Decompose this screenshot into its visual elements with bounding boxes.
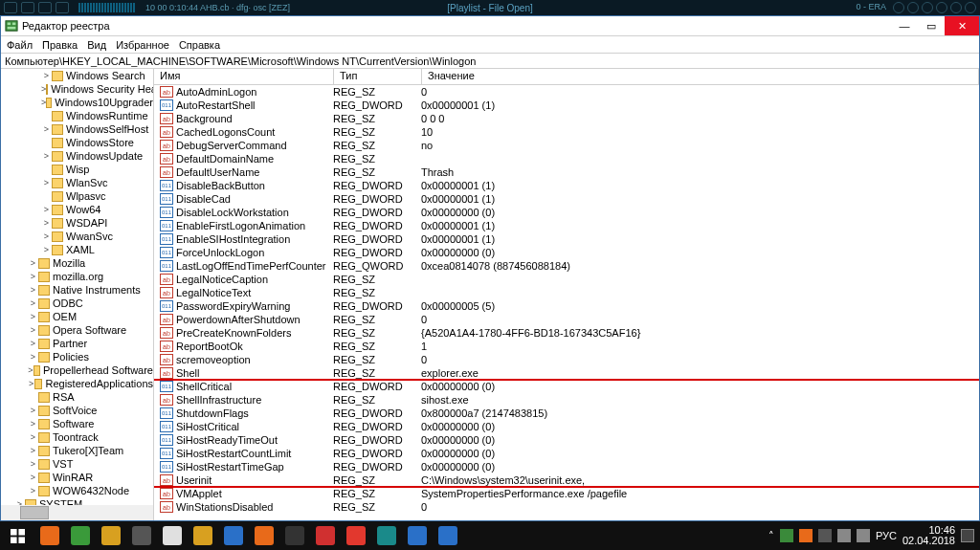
tree-expand-icon[interactable]: > bbox=[28, 473, 38, 482]
value-row[interactable]: 011LastLogOffEndTimePerfCounterREG_QWORD… bbox=[154, 259, 979, 273]
mediaplayer-btn-2[interactable] bbox=[907, 2, 919, 13]
tray-notifications-icon[interactable] bbox=[961, 529, 974, 542]
value-row[interactable]: abAutoAdminLogonREG_SZ0 bbox=[154, 85, 979, 99]
titlebar[interactable]: Редактор реестра — ▭ ✕ bbox=[1, 16, 979, 36]
value-row[interactable]: abBackgroundREG_SZ0 0 0 bbox=[154, 112, 979, 125]
value-row[interactable]: abDebugServerCommandREG_SZno bbox=[154, 139, 979, 152]
tree-expand-icon[interactable]: > bbox=[28, 272, 38, 281]
value-row[interactable]: 011PasswordExpiryWarningREG_DWORD0x00000… bbox=[154, 299, 979, 313]
taskbar-app-13[interactable] bbox=[402, 521, 433, 550]
tree-item[interactable]: >SoftVoice bbox=[1, 404, 153, 417]
value-row[interactable]: 011ForceUnlockLogonREG_DWORD0x00000000 (… bbox=[154, 246, 979, 259]
tree-expand-icon[interactable]: > bbox=[28, 352, 38, 362]
tree-expand-icon[interactable]: > bbox=[41, 231, 52, 241]
tree-item[interactable]: >Native Instruments bbox=[1, 283, 153, 297]
value-row[interactable]: abPreCreateKnownFoldersREG_SZ{A520A1A4-1… bbox=[154, 326, 979, 340]
registry-tree[interactable]: >Windows Search>Windows Security Heal>Wi… bbox=[1, 69, 153, 505]
taskbar-app-4[interactable] bbox=[126, 521, 157, 550]
tree-item[interactable]: >WlanSvc bbox=[1, 176, 153, 189]
maximize-button[interactable]: ▭ bbox=[918, 16, 945, 35]
value-row[interactable]: abShellInfrastructureREG_SZsihost.exe bbox=[154, 393, 979, 407]
value-row[interactable]: 011DisableCadREG_DWORD0x00000001 (1) bbox=[154, 192, 979, 206]
tree-expand-icon[interactable]: > bbox=[28, 298, 38, 308]
taskbar-app-3[interactable] bbox=[96, 521, 126, 550]
tree-item[interactable]: >VST bbox=[1, 457, 153, 471]
value-row[interactable]: 011ShutdownFlagsREG_DWORD0x800000a7 (214… bbox=[154, 407, 979, 420]
tree-item[interactable]: >Toontrack bbox=[1, 430, 153, 444]
value-row[interactable]: 011SiHostReadyTimeOutREG_DWORD0x00000000… bbox=[154, 433, 979, 447]
tree-item[interactable]: Wisp bbox=[1, 163, 153, 176]
mediaplayer-menu-icon[interactable] bbox=[4, 2, 17, 13]
tray-clock[interactable]: 10:46 02.04.2018 bbox=[902, 525, 955, 546]
tree-expand-icon[interactable]: > bbox=[28, 446, 38, 455]
taskbar-app-14[interactable] bbox=[433, 521, 463, 550]
tree-item[interactable]: >Windows Search bbox=[1, 69, 153, 82]
tree-item[interactable]: >Mozilla bbox=[1, 256, 153, 270]
tray-icon-3[interactable] bbox=[818, 529, 832, 542]
tree-expand-icon[interactable]: > bbox=[41, 151, 52, 161]
tree-item[interactable]: >RegisteredApplications bbox=[1, 377, 153, 390]
tree-pane[interactable]: >Windows Search>Windows Security Heal>Wi… bbox=[1, 69, 154, 520]
value-row[interactable]: 011DisableBackButtonREG_DWORD0x00000001 … bbox=[154, 179, 979, 192]
taskbar-app-opera[interactable] bbox=[341, 521, 371, 550]
taskbar-app-9[interactable] bbox=[279, 521, 310, 550]
value-row[interactable]: 011EnableSIHostIntegrationREG_DWORD0x000… bbox=[154, 232, 979, 246]
scrollbar-thumb[interactable] bbox=[20, 506, 49, 519]
mediaplayer-btn-5[interactable] bbox=[950, 2, 962, 13]
value-row[interactable]: 011SiHostCriticalREG_DWORD0x00000000 (0) bbox=[154, 420, 979, 433]
tree-expand-icon[interactable]: > bbox=[28, 459, 38, 469]
value-row[interactable]: abCachedLogonsCountREG_SZ10 bbox=[154, 125, 979, 139]
tray-network-icon[interactable] bbox=[837, 529, 851, 542]
value-row[interactable]: abWinStationsDisabledREG_SZ0 bbox=[154, 500, 979, 514]
tree-expand-icon[interactable]: > bbox=[28, 486, 38, 495]
taskbar-app-7[interactable] bbox=[218, 521, 249, 550]
menu-help[interactable]: Справка bbox=[179, 39, 220, 51]
mediaplayer-btn-4[interactable] bbox=[936, 2, 947, 13]
tray-icon-2[interactable] bbox=[799, 529, 813, 542]
menu-edit[interactable]: Правка bbox=[42, 39, 78, 51]
tree-horizontal-scrollbar[interactable] bbox=[1, 505, 153, 520]
tree-item[interactable]: >Tukero[X]Team bbox=[1, 444, 153, 457]
address-bar[interactable]: Компьютер\HKEY_LOCAL_MACHINE\SOFTWARE\Mi… bbox=[1, 54, 979, 69]
value-row[interactable]: abDefaultUserNameREG_SZThrash bbox=[154, 165, 979, 179]
value-row[interactable]: 011ShellCriticalREG_DWORD0x00000000 (0) bbox=[154, 380, 979, 393]
mediaplayer-next-icon[interactable] bbox=[56, 2, 69, 13]
mediaplayer-prev-icon[interactable] bbox=[21, 2, 34, 13]
value-row[interactable]: abscremoveoptionREG_SZ0 bbox=[154, 353, 979, 366]
tree-item[interactable]: >XAML bbox=[1, 243, 153, 256]
value-row[interactable]: abReportBootOkREG_SZ1 bbox=[154, 340, 979, 353]
value-row[interactable]: abDefaultDomainNameREG_SZ bbox=[154, 152, 979, 165]
tree-item[interactable]: >ODBC bbox=[1, 297, 153, 310]
tree-item[interactable]: >WwanSvc bbox=[1, 230, 153, 243]
col-name[interactable]: Имя bbox=[154, 69, 334, 84]
tree-item[interactable]: WindowsStore bbox=[1, 136, 153, 149]
tray-icon-1[interactable] bbox=[780, 529, 793, 542]
tree-expand-icon[interactable]: > bbox=[28, 258, 38, 268]
tree-expand-icon[interactable]: > bbox=[28, 432, 38, 442]
tray-expand-icon[interactable]: ˄ bbox=[768, 530, 774, 542]
col-value[interactable]: Значение bbox=[422, 69, 979, 84]
mediaplayer-btn-6[interactable] bbox=[965, 2, 976, 13]
start-button[interactable] bbox=[0, 521, 34, 550]
taskbar-app-10[interactable] bbox=[310, 521, 341, 550]
taskbar-app-12[interactable] bbox=[371, 521, 402, 550]
minimize-button[interactable]: — bbox=[891, 16, 918, 35]
taskbar-app-2[interactable] bbox=[65, 521, 96, 550]
tree-item[interactable]: >Software bbox=[1, 417, 153, 430]
close-button[interactable]: ✕ bbox=[945, 16, 979, 35]
tree-expand-icon[interactable]: > bbox=[41, 218, 52, 228]
tree-item[interactable]: Wlpasvc bbox=[1, 189, 153, 203]
mediaplayer-btn-1[interactable] bbox=[893, 2, 904, 13]
taskbar-app-1[interactable] bbox=[34, 521, 65, 550]
tree-item[interactable]: >WOW6432Node bbox=[1, 484, 153, 497]
tree-item[interactable]: >Windows10Upgrader bbox=[1, 96, 153, 109]
tree-item[interactable]: >Propellerhead Software bbox=[1, 363, 153, 377]
tree-item[interactable]: >WindowsSelfHost bbox=[1, 122, 153, 136]
tree-expand-icon[interactable]: > bbox=[28, 325, 38, 335]
tree-expand-icon[interactable]: > bbox=[28, 406, 38, 415]
tree-expand-icon[interactable]: > bbox=[41, 71, 52, 80]
tree-item[interactable]: >OEM bbox=[1, 310, 153, 323]
menu-view[interactable]: Вид bbox=[87, 39, 106, 51]
tree-expand-icon[interactable]: > bbox=[28, 285, 38, 295]
mediaplayer-btn-3[interactable] bbox=[922, 2, 933, 13]
